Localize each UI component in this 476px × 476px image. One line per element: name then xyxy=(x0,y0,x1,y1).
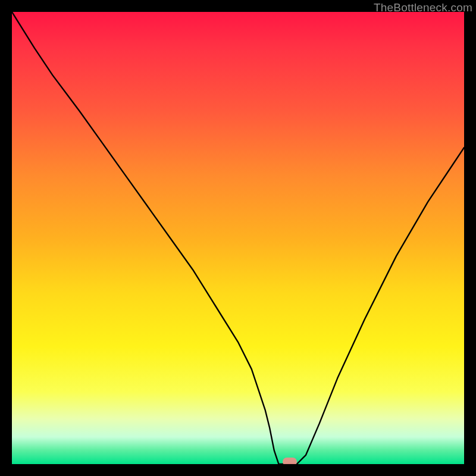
chart-canvas: TheBottleneck.com xyxy=(0,0,476,476)
plot-area xyxy=(12,12,464,464)
minimum-marker xyxy=(283,458,297,464)
bottleneck-curve xyxy=(12,12,464,464)
watermark-label: TheBottleneck.com xyxy=(374,1,472,14)
